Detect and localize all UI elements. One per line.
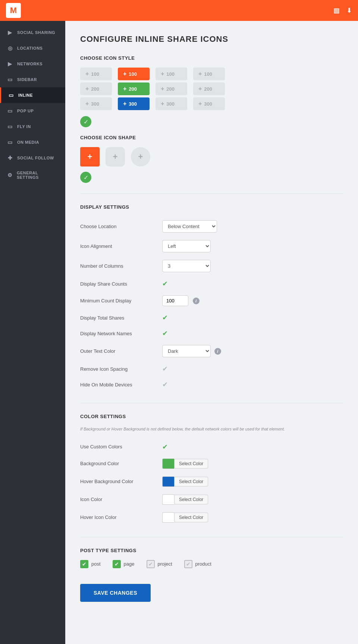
divider-2	[80, 403, 343, 403]
sidebar-item-flyin[interactable]: ▭ Fly In	[0, 119, 65, 134]
check-product[interactable]: ✔	[184, 560, 192, 568]
shape-square-btn[interactable]: +	[80, 147, 100, 167]
row-outer-text-color: Outer Text Color Dark Light i	[80, 341, 343, 361]
sidebar-item-label: Inline	[18, 93, 33, 97]
icon-style-btn-3-300[interactable]: + 300	[156, 97, 187, 110]
icon-style-btn-1-100[interactable]: + 100	[80, 68, 112, 80]
color-settings-title: Color Settings	[80, 414, 343, 419]
icon-style-btn-3-200[interactable]: + 200	[156, 83, 187, 95]
flyin-icon: ▭	[7, 124, 13, 130]
label-icon-alignment: Icon Alignment	[80, 236, 162, 256]
download-icon[interactable]: ⬇	[346, 6, 352, 15]
sidebar-item-inline[interactable]: ▭ Inline	[0, 87, 65, 103]
sidebar-icon: ▭	[7, 77, 13, 83]
sidebar-item-label: Fly In	[17, 124, 31, 129]
hover-background-color-swatch	[162, 476, 174, 487]
input-minimum-count[interactable]	[162, 295, 188, 306]
icon-style-btn-3-100[interactable]: + 100	[156, 68, 187, 80]
info-minimum-count: i	[193, 298, 200, 304]
divider-1	[80, 193, 343, 194]
hover-background-color-picker[interactable]: Select Color	[162, 476, 343, 487]
label-use-custom-colors: Use Custom Colors	[80, 439, 162, 455]
inline-icon: ▭	[8, 92, 15, 98]
post-type-project[interactable]: ✔ project	[147, 560, 172, 568]
check-display-network-names[interactable]: ✔	[162, 330, 168, 337]
post-type-product[interactable]: ✔ product	[184, 560, 211, 568]
label-hover-background-color: Hover Background Color	[80, 473, 162, 491]
icon-style-btn-4-300[interactable]: + 300	[193, 97, 225, 110]
label-project: project	[158, 561, 172, 567]
post-type-page[interactable]: ✔ page	[113, 560, 135, 568]
color-settings-section: Color Settings If Background or Hover Ba…	[80, 414, 343, 526]
social-sharing-icon: ▶	[7, 29, 13, 35]
select-number-of-columns[interactable]: 12345	[162, 260, 211, 272]
icon-col-1: + 100 + 200 + 300	[80, 68, 112, 110]
sidebar-item-sidebar[interactable]: ▭ Sidebar	[0, 72, 65, 87]
icon-col-3: + 100 + 200 + 300	[156, 68, 187, 110]
icon-style-btn-2-300[interactable]: + 300	[118, 97, 150, 110]
settings-icon: ⚙	[7, 172, 13, 178]
sidebar-item-label: Social Sharing	[17, 30, 55, 35]
save-changes-button[interactable]: Save Changes	[80, 584, 151, 602]
icon-color-btn[interactable]: Select Color	[174, 495, 208, 504]
shape-circle-btn[interactable]: +	[131, 147, 150, 167]
popup-icon: ▭	[7, 108, 13, 114]
sidebar-item-networks[interactable]: ▶ Networks	[0, 56, 65, 72]
icon-style-btn-1-300[interactable]: + 300	[80, 97, 112, 110]
check-use-custom-colors[interactable]: ✔	[162, 443, 168, 451]
check-project[interactable]: ✔	[147, 560, 155, 568]
hover-background-color-btn[interactable]: Select Color	[174, 477, 208, 486]
label-hover-icon-color: Hover Icon Color	[80, 508, 162, 526]
sidebar-item-label: Pop Up	[17, 109, 34, 113]
icon-style-btn-4-200[interactable]: + 200	[193, 83, 225, 95]
shape-rounded-btn[interactable]: +	[106, 147, 125, 167]
check-display-total-shares[interactable]: ✔	[162, 314, 168, 321]
chart-icon[interactable]: ▩	[333, 6, 340, 15]
sidebar-item-label: On Media	[17, 140, 39, 144]
onmedia-icon: ▭	[7, 139, 13, 145]
row-background-color: Background Color Select Color	[80, 455, 343, 473]
check-page[interactable]: ✔	[113, 560, 121, 568]
label-page: page	[124, 561, 135, 567]
label-display-network-names: Display Network Names	[80, 326, 162, 341]
row-hide-on-mobile: Hide On Mobile Devices ✔	[80, 377, 343, 392]
sidebar-item-onmedia[interactable]: ▭ On Media	[0, 134, 65, 150]
icon-col-2: + 100 + 200 + 300	[118, 68, 150, 110]
topbar: M ▩ ⬇	[0, 0, 358, 21]
select-outer-text-color[interactable]: Dark Light	[162, 345, 211, 357]
sidebar-item-social-sharing[interactable]: ▶ Social Sharing	[0, 25, 65, 40]
icon-style-btn-2-200[interactable]: + 200	[118, 83, 150, 95]
sidebar-item-general-settings[interactable]: ⚙ General Settings	[0, 166, 65, 184]
select-choose-location[interactable]: Below Content Above Content	[162, 220, 217, 233]
background-color-picker[interactable]: Select Color	[162, 458, 343, 469]
sidebar-item-social-follow[interactable]: ✚ Social Follow	[0, 150, 65, 166]
check-display-share-counts[interactable]: ✔	[162, 280, 168, 287]
icon-color-picker[interactable]: Select Color	[162, 494, 343, 505]
icon-style-btn-1-200[interactable]: + 200	[80, 83, 112, 95]
select-icon-alignment[interactable]: Left Center Right	[162, 240, 211, 252]
label-hide-on-mobile: Hide On Mobile Devices	[80, 377, 162, 392]
sidebar-item-popup[interactable]: ▭ Pop Up	[0, 103, 65, 119]
check-post[interactable]: ✔	[80, 560, 88, 568]
check-remove-icon-spacing[interactable]: ✔	[162, 365, 168, 373]
icon-style-btn-4-100[interactable]: + 100	[193, 68, 225, 80]
post-type-settings-title: Post Type Settings	[80, 548, 343, 553]
sidebar: ▶ Social Sharing ◎ Locations ▶ Networks …	[0, 21, 65, 644]
display-settings-section: Display Settings Choose Location Below C…	[80, 204, 343, 392]
check-hide-on-mobile[interactable]: ✔	[162, 381, 168, 388]
icon-style-section: Choose Icon Style + 100 + 200 + 300 + 10…	[80, 55, 343, 127]
post-type-settings-section: Post Type Settings ✔ post ✔ page ✔ proje…	[80, 548, 343, 568]
post-type-post[interactable]: ✔ post	[80, 560, 101, 568]
sidebar-item-locations[interactable]: ◎ Locations	[0, 40, 65, 56]
icon-style-btn-2-100[interactable]: + 100	[118, 68, 150, 80]
topbar-icons: ▩ ⬇	[333, 6, 352, 15]
divider-3	[80, 537, 343, 537]
background-color-btn[interactable]: Select Color	[174, 459, 208, 469]
hover-icon-color-picker[interactable]: Select Color	[162, 512, 343, 523]
label-icon-color: Icon Color	[80, 491, 162, 508]
label-outer-text-color: Outer Text Color	[80, 341, 162, 361]
row-hover-icon-color: Hover Icon Color Select Color	[80, 508, 343, 526]
row-hover-background-color: Hover Background Color Select Color	[80, 473, 343, 491]
row-display-network-names: Display Network Names ✔	[80, 326, 343, 341]
hover-icon-color-btn[interactable]: Select Color	[174, 513, 208, 522]
